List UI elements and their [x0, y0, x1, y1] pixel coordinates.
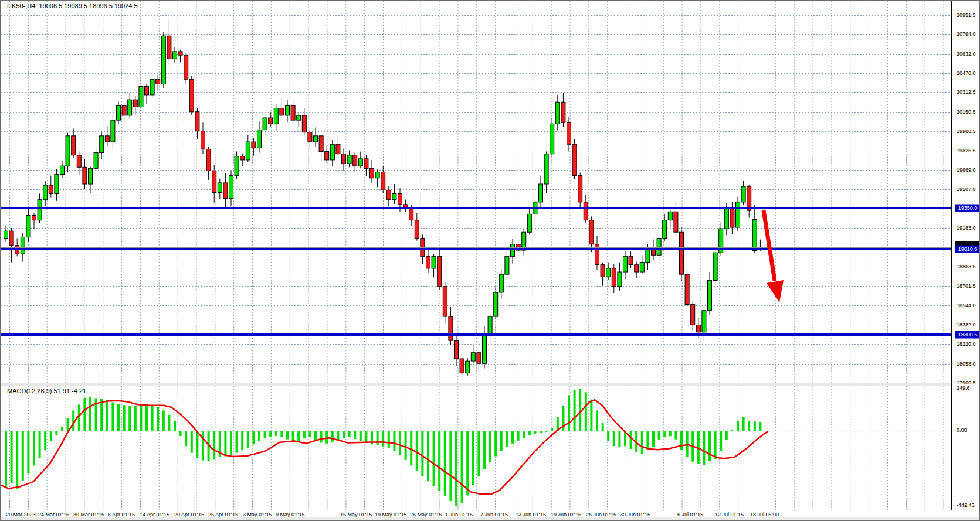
macd-tick-label: 249.6 [957, 385, 970, 391]
candle-bull [55, 175, 59, 194]
candle-bull [640, 263, 644, 272]
price-tick-label: 20150.5 [957, 109, 976, 115]
candle-bear [269, 118, 273, 124]
time-axis-label: 9 May 01:15 [276, 512, 305, 517]
candle-bull [505, 256, 509, 274]
candle-bear [252, 142, 256, 148]
candle-bear [212, 171, 216, 192]
candle-bear [370, 168, 374, 178]
candle-bear [49, 185, 53, 193]
price-axis[interactable] [951, 1, 979, 510]
candle-bear [629, 256, 633, 264]
candle-bull [550, 124, 554, 154]
candle-bull [499, 274, 503, 292]
candle-bear [584, 202, 588, 220]
candle-bear [696, 325, 700, 332]
candle-bear [398, 193, 402, 204]
candle-bull [657, 238, 661, 255]
candle-bear [9, 231, 13, 246]
candle-bear [133, 100, 137, 107]
macd-chart[interactable] [1, 386, 954, 510]
price-tick-label: 18058.0 [957, 361, 976, 367]
time-axis-label: 30 Jun 01:15 [620, 512, 650, 517]
candle-bull [618, 272, 622, 287]
time-axis-label: 26 Jun 01:15 [586, 512, 616, 517]
macd-tick-label: 0.00 [957, 427, 967, 433]
price-chart-panel[interactable] [1, 1, 954, 384]
candle-bull [358, 159, 362, 166]
candle-bear [291, 105, 295, 120]
candle-bull [26, 215, 30, 237]
candle-bull [392, 193, 396, 199]
candle-bear [122, 105, 126, 115]
candle-bull [263, 118, 267, 130]
candle-bull [297, 115, 301, 120]
candlestick-chart[interactable] [1, 1, 954, 383]
candle-bull [432, 256, 436, 268]
candle-bull [229, 176, 233, 199]
grid-lines [1, 1, 954, 383]
candle-bull [724, 207, 728, 229]
time-axis-label: 6 Jul 01:15 [677, 512, 703, 517]
arrow-down-object[interactable] [764, 210, 784, 302]
candle-bear [578, 176, 582, 202]
candle-bear [72, 136, 76, 155]
candle-bear [156, 79, 160, 84]
time-axis-label: 7 Jun 01:15 [480, 512, 508, 517]
candle-bear [201, 131, 205, 149]
time-axis-label: 24 Mar 01:15 [38, 512, 69, 517]
candle-bear [77, 155, 81, 168]
candle-bear [145, 87, 149, 95]
candle-bear [426, 256, 430, 268]
candle-bull [314, 136, 318, 142]
candle-bear [561, 102, 565, 122]
price-tick-label: 20951.5 [957, 12, 976, 18]
macd-indicator-panel[interactable] [1, 386, 954, 510]
time-axis-label: 30 Mar 01:15 [73, 512, 104, 517]
candle-bull [139, 87, 143, 107]
candle-bear [572, 144, 577, 175]
candle-bull [483, 335, 487, 363]
candle-bear [381, 172, 385, 190]
candle-bear [386, 190, 391, 199]
bottom-strip [1, 517, 979, 520]
price-tick-label: 19669.0 [957, 167, 976, 173]
candle-bear [342, 154, 346, 164]
candle-bear [612, 268, 616, 287]
candle-bear [83, 167, 87, 184]
candle-bull [539, 184, 543, 202]
candle-bull [663, 220, 667, 239]
candle-bull [347, 155, 351, 164]
candle-bull [330, 144, 334, 160]
candle-bull [511, 244, 515, 257]
price-tick-label: 20794.0 [957, 31, 976, 37]
hline-price-badge: 19010.6 [955, 246, 980, 253]
candle-bull [21, 237, 25, 254]
candle-bull [173, 52, 177, 59]
candle-bear [353, 155, 357, 166]
candle-bear [325, 152, 329, 160]
candle-bear [415, 220, 419, 239]
candle-bear [567, 122, 571, 144]
candle-bear [178, 52, 182, 55]
candle-bear [319, 136, 323, 152]
price-tick-label: 19183.0 [957, 225, 976, 231]
trading-chart-window: HK50-,H4 19006.5 19089.5 18996.5 19024.5… [0, 0, 980, 521]
candle-bear [409, 208, 413, 220]
candle-bull [60, 166, 65, 174]
candle-bull [736, 202, 740, 227]
candle-bull [111, 120, 115, 142]
candle-bull [544, 154, 548, 184]
candle-bull [66, 136, 70, 166]
price-tick-label: 19507.0 [957, 186, 976, 192]
candle-bear [449, 316, 453, 340]
hline-price-badge: 19350.0 [955, 205, 980, 212]
candle-bear [206, 149, 211, 171]
candle-bull [286, 105, 290, 115]
candle-bear [223, 183, 228, 199]
candle-bull [668, 212, 672, 220]
candle-bear [635, 265, 639, 272]
candle-bear [280, 108, 284, 115]
candle-bear [589, 220, 594, 244]
time-axis-label: 3 May 01:15 [243, 512, 272, 517]
